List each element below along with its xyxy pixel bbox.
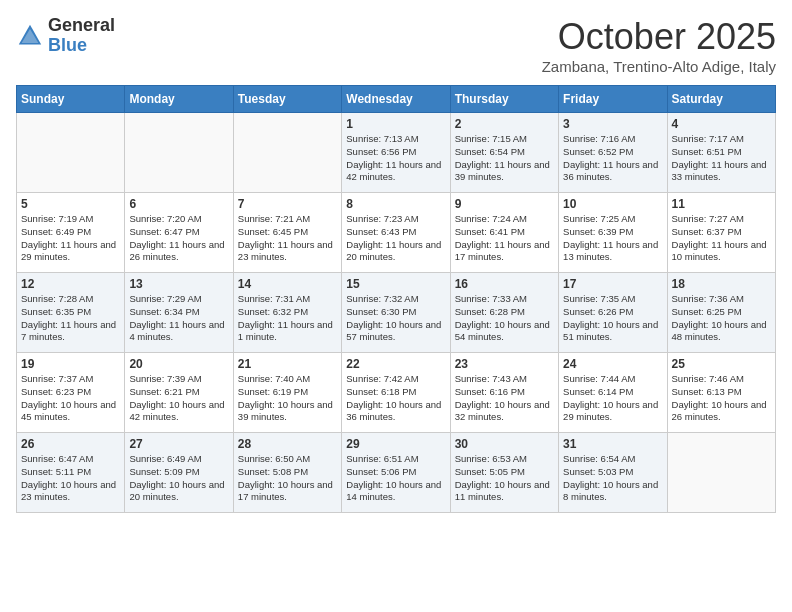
calendar-cell: 1Sunrise: 7:13 AM Sunset: 6:56 PM Daylig… [342,113,450,193]
calendar-cell: 22Sunrise: 7:42 AM Sunset: 6:18 PM Dayli… [342,353,450,433]
day-number: 21 [238,357,337,371]
day-number: 2 [455,117,554,131]
calendar-cell: 5Sunrise: 7:19 AM Sunset: 6:49 PM Daylig… [17,193,125,273]
calendar-table: SundayMondayTuesdayWednesdayThursdayFrid… [16,85,776,513]
day-header-monday: Monday [125,86,233,113]
day-number: 9 [455,197,554,211]
calendar-cell: 6Sunrise: 7:20 AM Sunset: 6:47 PM Daylig… [125,193,233,273]
day-number: 31 [563,437,662,451]
day-number: 19 [21,357,120,371]
day-number: 18 [672,277,771,291]
calendar-cell: 7Sunrise: 7:21 AM Sunset: 6:45 PM Daylig… [233,193,341,273]
cell-info: Sunrise: 7:42 AM Sunset: 6:18 PM Dayligh… [346,373,445,424]
day-number: 16 [455,277,554,291]
cell-info: Sunrise: 7:20 AM Sunset: 6:47 PM Dayligh… [129,213,228,264]
calendar-cell: 11Sunrise: 7:27 AM Sunset: 6:37 PM Dayli… [667,193,775,273]
week-row-4: 19Sunrise: 7:37 AM Sunset: 6:23 PM Dayli… [17,353,776,433]
cell-info: Sunrise: 7:35 AM Sunset: 6:26 PM Dayligh… [563,293,662,344]
day-number: 13 [129,277,228,291]
day-number: 1 [346,117,445,131]
page-header: General Blue October 2025 Zambana, Trent… [16,16,776,75]
calendar-cell: 21Sunrise: 7:40 AM Sunset: 6:19 PM Dayli… [233,353,341,433]
cell-info: Sunrise: 7:32 AM Sunset: 6:30 PM Dayligh… [346,293,445,344]
day-number: 5 [21,197,120,211]
calendar-cell: 10Sunrise: 7:25 AM Sunset: 6:39 PM Dayli… [559,193,667,273]
logo-general-text: General [48,15,115,35]
day-number: 24 [563,357,662,371]
cell-info: Sunrise: 7:16 AM Sunset: 6:52 PM Dayligh… [563,133,662,184]
day-header-sunday: Sunday [17,86,125,113]
cell-info: Sunrise: 7:24 AM Sunset: 6:41 PM Dayligh… [455,213,554,264]
cell-info: Sunrise: 6:53 AM Sunset: 5:05 PM Dayligh… [455,453,554,504]
day-number: 25 [672,357,771,371]
week-row-3: 12Sunrise: 7:28 AM Sunset: 6:35 PM Dayli… [17,273,776,353]
day-number: 11 [672,197,771,211]
day-number: 4 [672,117,771,131]
day-number: 26 [21,437,120,451]
calendar-cell: 15Sunrise: 7:32 AM Sunset: 6:30 PM Dayli… [342,273,450,353]
cell-info: Sunrise: 7:23 AM Sunset: 6:43 PM Dayligh… [346,213,445,264]
day-number: 14 [238,277,337,291]
week-row-1: 1Sunrise: 7:13 AM Sunset: 6:56 PM Daylig… [17,113,776,193]
cell-info: Sunrise: 7:28 AM Sunset: 6:35 PM Dayligh… [21,293,120,344]
calendar-cell: 2Sunrise: 7:15 AM Sunset: 6:54 PM Daylig… [450,113,558,193]
cell-info: Sunrise: 7:43 AM Sunset: 6:16 PM Dayligh… [455,373,554,424]
calendar-cell [125,113,233,193]
day-number: 17 [563,277,662,291]
calendar-cell [233,113,341,193]
day-number: 28 [238,437,337,451]
cell-info: Sunrise: 7:33 AM Sunset: 6:28 PM Dayligh… [455,293,554,344]
calendar-cell: 16Sunrise: 7:33 AM Sunset: 6:28 PM Dayli… [450,273,558,353]
day-header-saturday: Saturday [667,86,775,113]
day-header-thursday: Thursday [450,86,558,113]
calendar-cell: 30Sunrise: 6:53 AM Sunset: 5:05 PM Dayli… [450,433,558,513]
cell-info: Sunrise: 7:21 AM Sunset: 6:45 PM Dayligh… [238,213,337,264]
cell-info: Sunrise: 6:51 AM Sunset: 5:06 PM Dayligh… [346,453,445,504]
calendar-cell: 28Sunrise: 6:50 AM Sunset: 5:08 PM Dayli… [233,433,341,513]
week-row-5: 26Sunrise: 6:47 AM Sunset: 5:11 PM Dayli… [17,433,776,513]
calendar-cell: 20Sunrise: 7:39 AM Sunset: 6:21 PM Dayli… [125,353,233,433]
day-number: 6 [129,197,228,211]
day-header-wednesday: Wednesday [342,86,450,113]
cell-info: Sunrise: 7:40 AM Sunset: 6:19 PM Dayligh… [238,373,337,424]
calendar-cell [667,433,775,513]
logo-icon [16,22,44,50]
cell-info: Sunrise: 7:19 AM Sunset: 6:49 PM Dayligh… [21,213,120,264]
day-header-tuesday: Tuesday [233,86,341,113]
cell-info: Sunrise: 6:47 AM Sunset: 5:11 PM Dayligh… [21,453,120,504]
day-number: 15 [346,277,445,291]
calendar-cell: 13Sunrise: 7:29 AM Sunset: 6:34 PM Dayli… [125,273,233,353]
cell-info: Sunrise: 7:13 AM Sunset: 6:56 PM Dayligh… [346,133,445,184]
day-number: 20 [129,357,228,371]
day-header-friday: Friday [559,86,667,113]
cell-info: Sunrise: 7:29 AM Sunset: 6:34 PM Dayligh… [129,293,228,344]
calendar-cell: 24Sunrise: 7:44 AM Sunset: 6:14 PM Dayli… [559,353,667,433]
location-subtitle: Zambana, Trentino-Alto Adige, Italy [542,58,776,75]
calendar-cell: 25Sunrise: 7:46 AM Sunset: 6:13 PM Dayli… [667,353,775,433]
day-number: 22 [346,357,445,371]
calendar-cell: 17Sunrise: 7:35 AM Sunset: 6:26 PM Dayli… [559,273,667,353]
cell-info: Sunrise: 7:37 AM Sunset: 6:23 PM Dayligh… [21,373,120,424]
calendar-cell: 12Sunrise: 7:28 AM Sunset: 6:35 PM Dayli… [17,273,125,353]
calendar-cell: 9Sunrise: 7:24 AM Sunset: 6:41 PM Daylig… [450,193,558,273]
calendar-cell: 18Sunrise: 7:36 AM Sunset: 6:25 PM Dayli… [667,273,775,353]
calendar-cell [17,113,125,193]
cell-info: Sunrise: 6:49 AM Sunset: 5:09 PM Dayligh… [129,453,228,504]
day-number: 23 [455,357,554,371]
week-row-2: 5Sunrise: 7:19 AM Sunset: 6:49 PM Daylig… [17,193,776,273]
day-number: 10 [563,197,662,211]
calendar-cell: 29Sunrise: 6:51 AM Sunset: 5:06 PM Dayli… [342,433,450,513]
cell-info: Sunrise: 7:39 AM Sunset: 6:21 PM Dayligh… [129,373,228,424]
calendar-header-row: SundayMondayTuesdayWednesdayThursdayFrid… [17,86,776,113]
day-number: 8 [346,197,445,211]
cell-info: Sunrise: 7:17 AM Sunset: 6:51 PM Dayligh… [672,133,771,184]
title-block: October 2025 Zambana, Trentino-Alto Adig… [542,16,776,75]
logo: General Blue [16,16,115,56]
calendar-cell: 31Sunrise: 6:54 AM Sunset: 5:03 PM Dayli… [559,433,667,513]
cell-info: Sunrise: 6:50 AM Sunset: 5:08 PM Dayligh… [238,453,337,504]
cell-info: Sunrise: 7:44 AM Sunset: 6:14 PM Dayligh… [563,373,662,424]
day-number: 27 [129,437,228,451]
calendar-cell: 14Sunrise: 7:31 AM Sunset: 6:32 PM Dayli… [233,273,341,353]
cell-info: Sunrise: 7:27 AM Sunset: 6:37 PM Dayligh… [672,213,771,264]
calendar-cell: 27Sunrise: 6:49 AM Sunset: 5:09 PM Dayli… [125,433,233,513]
